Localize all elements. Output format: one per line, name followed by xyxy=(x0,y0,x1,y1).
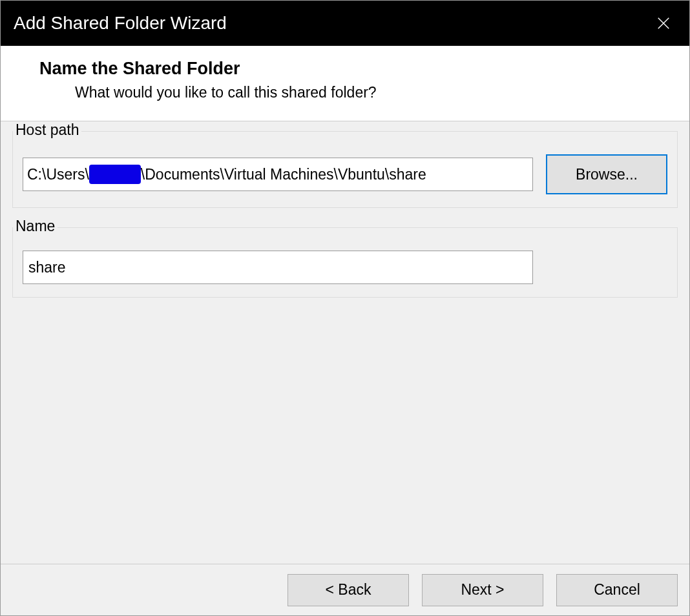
name-group: Name xyxy=(12,227,678,298)
cancel-button[interactable]: Cancel xyxy=(556,574,678,606)
name-label: Name xyxy=(13,218,58,235)
window-title: Add Shared Folder Wizard xyxy=(14,13,227,34)
back-button[interactable]: < Back xyxy=(288,574,409,606)
page-subtitle: What would you like to call this shared … xyxy=(39,84,651,101)
host-path-value-post: \Documents\Virtual Machines\Vbuntu\share xyxy=(141,166,426,183)
host-path-label: Host path xyxy=(13,121,81,139)
name-input[interactable] xyxy=(23,251,533,284)
browse-button-label: Browse... xyxy=(576,166,638,183)
page-title: Name the Shared Folder xyxy=(39,59,651,79)
redacted-username xyxy=(89,165,141,184)
wizard-window: Add Shared Folder Wizard Name the Shared… xyxy=(0,0,690,616)
host-path-value-pre: C:\Users\ xyxy=(27,166,89,183)
host-path-input[interactable]: C:\Users\\Documents\Virtual Machines\Vbu… xyxy=(23,158,533,191)
wizard-footer: < Back Next > Cancel xyxy=(1,564,689,615)
browse-button[interactable]: Browse... xyxy=(546,154,667,194)
host-path-row: C:\Users\\Documents\Virtual Machines\Vbu… xyxy=(23,154,667,194)
back-button-label: < Back xyxy=(326,581,371,599)
next-button-label: Next > xyxy=(461,581,504,599)
wizard-header: Name the Shared Folder What would you li… xyxy=(1,46,689,121)
host-path-group: Host path C:\Users\\Documents\Virtual Ma… xyxy=(12,131,678,208)
next-button[interactable]: Next > xyxy=(422,574,543,606)
wizard-body: Host path C:\Users\\Documents\Virtual Ma… xyxy=(1,121,689,564)
titlebar: Add Shared Folder Wizard xyxy=(1,1,689,46)
close-button[interactable] xyxy=(651,10,676,36)
close-icon xyxy=(656,16,671,30)
cancel-button-label: Cancel xyxy=(594,581,640,599)
